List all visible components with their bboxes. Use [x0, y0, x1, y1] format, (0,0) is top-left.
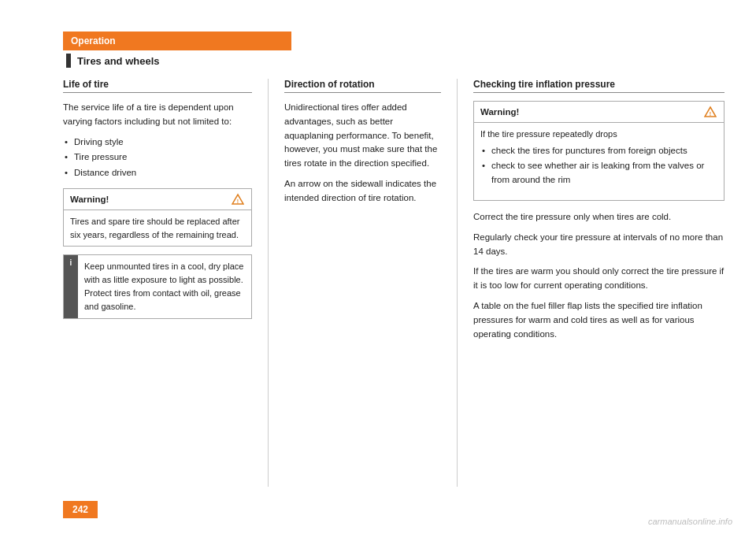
- list-item: Driving style: [63, 135, 252, 150]
- sub-header: Tires and wheels: [63, 50, 291, 71]
- right-section-title: Checking tire inflation pressure: [473, 79, 724, 93]
- left-bullet-list: Driving style Tire pressure Distance dri…: [63, 135, 252, 180]
- right-warning-bullets: check the tires for punctures from forei…: [480, 144, 717, 187]
- warning-header: Warning! !: [64, 189, 251, 210]
- left-intro: The service life of a tire is dependent …: [63, 101, 252, 129]
- list-item: Tire pressure: [63, 150, 252, 165]
- sub-header-accent: [66, 54, 71, 68]
- left-section-title: Life of tire: [63, 79, 252, 93]
- list-item: check to see whether air is leaking from…: [480, 159, 717, 187]
- sub-header-title: Tires and wheels: [77, 55, 160, 67]
- right-warning-box: Warning! ! If the tire pressure repeated…: [473, 101, 724, 201]
- info-body: Keep unmounted tires in a cool, dry plac…: [78, 255, 251, 318]
- middle-section-title: Direction of rotation: [284, 79, 441, 93]
- right-warning-header: Warning! !: [474, 102, 724, 123]
- svg-text:!: !: [710, 111, 711, 117]
- warning-triangle-icon: !: [231, 192, 245, 206]
- right-warning-body: If the tire pressure repeatedly drops ch…: [474, 123, 724, 200]
- warning-box: Warning! ! Tires and spare tire should b…: [63, 188, 252, 247]
- section-header-bar: Operation: [63, 32, 291, 50]
- info-box: i Keep unmounted tires in a cool, dry pl…: [63, 254, 252, 319]
- watermark: carmanualsonline.info: [648, 517, 732, 526]
- col-left: Life of tire The service life of a tire …: [63, 79, 268, 487]
- warning-label: Warning!: [70, 195, 109, 204]
- right-para1: Correct the tire pressure only when tire…: [473, 210, 724, 224]
- svg-text:!: !: [237, 198, 239, 204]
- right-warning-intro: If the tire pressure repeatedly drops: [480, 128, 717, 141]
- right-para4: A table on the fuel filler flap lists th…: [473, 299, 724, 341]
- right-para2: Regularly check your tire pressure at in…: [473, 231, 724, 259]
- right-warning-label: Warning!: [480, 107, 519, 117]
- section-title: Operation: [71, 35, 116, 46]
- middle-para1: Unidirectional tires offer added advanta…: [284, 101, 441, 171]
- info-icon: i: [64, 255, 78, 318]
- list-item: check the tires for punctures from forei…: [480, 144, 717, 158]
- page-number: 242: [63, 501, 98, 518]
- col-middle: Direction of rotation Unidirectional tir…: [268, 79, 457, 487]
- col-right: Checking tire inflation pressure Warning…: [457, 79, 724, 487]
- page-wrapper: Operation Tires and wheels Life of tire …: [0, 0, 756, 534]
- content-area: Life of tire The service life of a tire …: [63, 79, 724, 487]
- right-para3: If the tires are warm you should only co…: [473, 265, 724, 293]
- warning-body: Tires and spare tire should be replaced …: [64, 210, 251, 246]
- right-warning-triangle-icon: !: [703, 105, 717, 119]
- middle-para2: An arrow on the sidewall indicates the i…: [284, 177, 441, 206]
- list-item: Distance driven: [63, 166, 252, 180]
